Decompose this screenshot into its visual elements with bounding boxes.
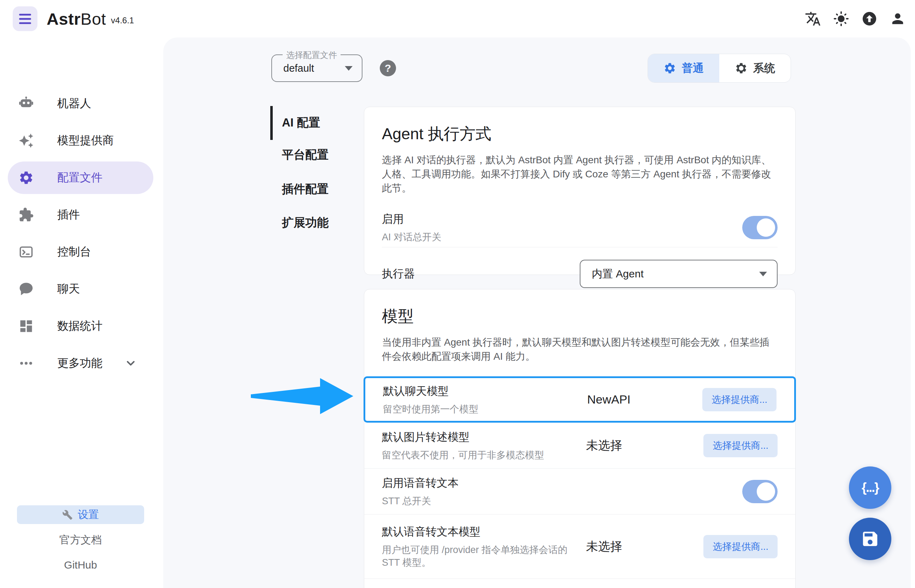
executor-label: 执行器: [382, 267, 415, 281]
sidebar-item-label: 配置文件: [57, 170, 102, 186]
sidebar-item-chat[interactable]: 聊天: [8, 273, 153, 305]
dashboard-icon: [18, 318, 34, 334]
row-label: 默认聊天模型: [383, 384, 587, 399]
sidebar-item-label: 数据统计: [57, 318, 102, 334]
executor-select[interactable]: 内置 Agent: [580, 260, 778, 288]
sidebar-item-profiles[interactable]: 配置文件: [8, 162, 153, 194]
chevron-down-icon: [124, 357, 137, 370]
puzzle-icon: [18, 207, 34, 223]
model-card: 模型 当使用非内置 Agent 执行器时，默认聊天模型和默认图片转述模型可能会无…: [364, 289, 796, 588]
enable-ai-row: 启用 AI 对话总开关: [364, 208, 795, 247]
app-logo: AstrBot v4.6.1: [47, 0, 134, 37]
sidebar-item-robots[interactable]: 机器人: [8, 87, 153, 120]
caret-down-icon: [345, 66, 353, 71]
default-stt-model-row: 默认语音转文本模型 用户也可使用 /provider 指令单独选择会话的 STT…: [364, 515, 795, 579]
section-nav-platform[interactable]: 平台配置: [282, 147, 329, 161]
sidebar-item-console[interactable]: 控制台: [8, 236, 153, 268]
row-sublabel: 留空代表不使用，可用于非多模态模型: [382, 449, 586, 462]
active-section-indicator: [270, 106, 273, 140]
row-label: 默认图片转述模型: [382, 430, 586, 444]
account-icon[interactable]: [889, 11, 906, 27]
wrench-icon: [62, 510, 73, 520]
sidebar-item-label: 机器人: [57, 96, 91, 111]
terminal-icon: [18, 244, 34, 260]
top-app-bar: AstrBot v4.6.1: [0, 0, 915, 37]
stt-toggle[interactable]: [742, 480, 778, 503]
sidebar-item-providers[interactable]: 模型提供商: [8, 124, 153, 157]
content-panel: 选择配置文件 default ? 普通 系统 AI 配置 平台配置 插件配置 扩…: [163, 37, 911, 588]
agent-card-description: 选择 AI 对话的执行器，默认为 AstrBot 内置 Agent 执行器，可使…: [382, 153, 778, 195]
brand-light: Bot: [81, 10, 106, 28]
tab-system[interactable]: 系统: [719, 54, 791, 82]
translate-icon[interactable]: [805, 11, 821, 27]
help-icon[interactable]: ?: [380, 60, 396, 76]
annotation-arrow-icon: [251, 376, 354, 417]
enable-tts-row: 启用文本转语音 TTS 总开关: [364, 579, 795, 588]
hamburger-menu-button[interactable]: [13, 6, 37, 31]
settings-button-label: 设置: [78, 507, 99, 522]
row-label: 启用语音转文本: [382, 476, 586, 491]
gear-outline-icon: [735, 62, 747, 74]
select-provider-button[interactable]: 选择提供商...: [704, 535, 778, 558]
gear-icon: [18, 170, 34, 186]
save-button[interactable]: [849, 518, 891, 560]
caret-down-icon: [759, 272, 767, 276]
row-label: 默认语音转文本模型: [382, 524, 586, 539]
row-sublabel: 用户也可使用 /provider 指令单独选择会话的 STT 模型。: [382, 543, 586, 569]
config-scope-tabs: 普通 系统: [647, 54, 791, 83]
agent-card-title: Agent 执行方式: [382, 123, 778, 145]
version-label: v4.6.1: [111, 16, 134, 26]
sidebar-item-label: 更多功能: [57, 355, 102, 371]
github-link[interactable]: GitHub: [17, 559, 144, 571]
agent-card: Agent 执行方式 选择 AI 对话的执行器，默认为 AstrBot 内置 A…: [364, 107, 796, 275]
gear-filled-icon: [663, 62, 676, 74]
docs-link[interactable]: 官方文档: [17, 533, 144, 548]
ellipsis-icon: [18, 355, 34, 371]
row-value: 未选择: [586, 538, 622, 555]
select-provider-button[interactable]: 选择提供商...: [702, 388, 776, 411]
settings-button[interactable]: 设置: [17, 505, 144, 524]
tab-system-label: 系统: [753, 61, 775, 76]
enable-ai-label: 启用: [382, 212, 441, 226]
enable-ai-toggle[interactable]: [742, 216, 778, 239]
default-image-caption-model-row: 默认图片转述模型 留空代表不使用，可用于非多模态模型 未选择 选择提供商...: [364, 423, 795, 468]
toggle-knob: [757, 482, 775, 501]
profile-select-value: default: [283, 63, 314, 74]
robot-icon: [18, 96, 34, 111]
sidebar-item-label: 插件: [57, 207, 80, 223]
enable-stt-row: 启用语音转文本 STT 总开关: [364, 468, 795, 515]
topbar-actions: [805, 11, 906, 27]
row-sublabel: STT 总开关: [382, 495, 586, 507]
row-sublabel: 留空时使用第一个模型: [383, 403, 587, 415]
toggle-knob: [757, 218, 775, 237]
section-nav-plugin[interactable]: 插件配置: [282, 181, 329, 195]
sidebar-item-label: 聊天: [57, 281, 80, 297]
brand-name: AstrBot: [47, 9, 106, 29]
hamburger-icon: [19, 14, 31, 16]
update-icon[interactable]: [861, 11, 878, 27]
profile-select-label: 选择配置文件: [282, 50, 341, 61]
executor-select-value: 内置 Agent: [592, 267, 644, 281]
enable-ai-sublabel: AI 对话总开关: [382, 231, 441, 244]
brightness-icon[interactable]: [833, 11, 849, 27]
tab-normal[interactable]: 普通: [648, 54, 719, 82]
profile-select[interactable]: 选择配置文件 default: [271, 55, 363, 82]
sidebar-item-more[interactable]: 更多功能: [8, 347, 153, 380]
sidebar-item-stats[interactable]: 数据统计: [8, 310, 153, 342]
section-nav-extension[interactable]: 扩展功能: [282, 215, 329, 229]
sidebar-item-plugins[interactable]: 插件: [8, 199, 153, 231]
select-provider-button[interactable]: 选择提供商...: [704, 434, 778, 457]
sidebar-item-label: 控制台: [57, 244, 91, 260]
chat-icon: [18, 281, 34, 297]
brand-bold: Astr: [47, 10, 81, 28]
row-value: 未选择: [586, 438, 622, 454]
row-value: NewAPI: [587, 393, 631, 406]
model-card-description: 当使用非内置 Agent 执行器时，默认聊天模型和默认图片转述模型可能会无效，但…: [382, 335, 778, 363]
sparkles-icon: [18, 133, 34, 149]
sidebar-item-label: 模型提供商: [57, 133, 114, 149]
model-card-title: 模型: [382, 306, 778, 327]
code-braces-icon: {...}: [862, 480, 879, 495]
edit-config-json-button[interactable]: {...}: [849, 467, 891, 509]
section-nav-ai[interactable]: AI 配置: [282, 115, 320, 129]
save-icon: [860, 529, 879, 548]
